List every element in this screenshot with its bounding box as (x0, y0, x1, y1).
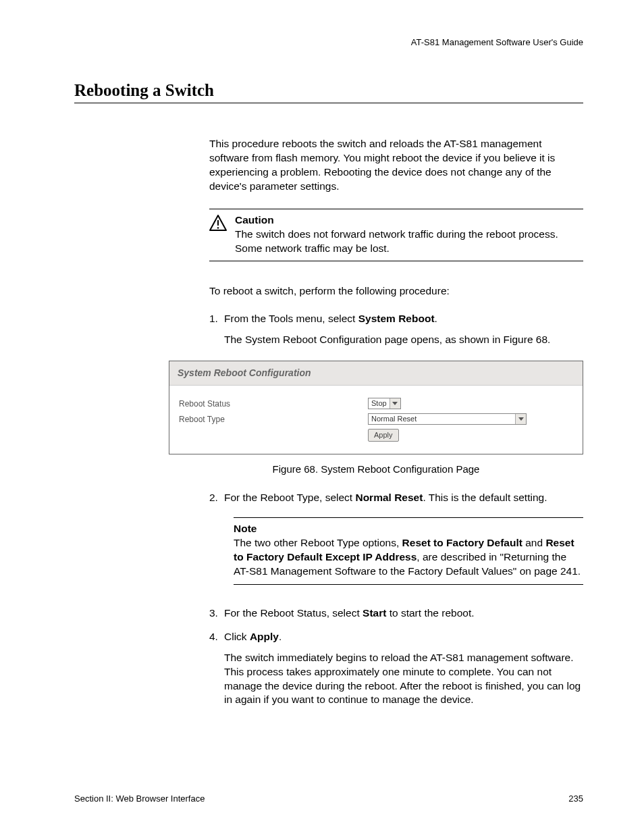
reboot-status-label: Reboot Status (179, 398, 368, 409)
step-text: From the Tools menu, select (224, 313, 358, 324)
reboot-type-label: Reboot Type (179, 414, 368, 425)
step-bold: System Reboot (358, 313, 435, 324)
step-1: 1.From the Tools menu, select System Reb… (209, 312, 583, 347)
page-header: AT-S81 Management Software User's Guide (74, 37, 583, 47)
reboot-type-row: Reboot Type Normal Reset (179, 413, 573, 425)
caution-title: Caution (235, 213, 583, 228)
note-bold: Reset to Factory Default (402, 537, 522, 548)
apply-button[interactable]: Apply (368, 429, 399, 442)
step-number: 4. (209, 630, 224, 644)
procedure-lead: To reboot a switch, perform the followin… (209, 284, 583, 298)
caution-callout: Caution The switch does not forward netw… (209, 209, 583, 262)
step-number: 3. (209, 606, 224, 621)
page-number: 235 (568, 793, 583, 804)
chevron-down-icon (515, 414, 526, 424)
step-bold: Apply (250, 631, 279, 642)
note-callout: Note The two other Reboot Type options, … (234, 517, 583, 585)
note-title: Note (234, 522, 583, 536)
caution-body: The switch does not forward network traf… (235, 228, 583, 256)
step-1-desc: The System Reboot Configuration page ope… (224, 333, 583, 347)
note-text: The two other Reboot Type options, (234, 537, 402, 548)
step-bold: Start (363, 607, 386, 619)
step-2: 2.For the Reboot Type, select Normal Res… (209, 491, 583, 505)
step-text: For the Reboot Status, select (224, 607, 363, 619)
figure-panel: System Reboot Configuration Reboot Statu… (169, 361, 583, 454)
step-text: For the Reboot Type, select (224, 492, 355, 503)
chevron-down-icon (390, 398, 400, 409)
reboot-status-row: Reboot Status Stop (179, 398, 573, 409)
step-number: 1. (209, 312, 224, 326)
figure-title: System Reboot Configuration (169, 361, 583, 386)
svg-point-1 (217, 227, 219, 229)
step-4: 4.Click Apply. The switch immediately be… (209, 630, 583, 708)
reboot-type-select[interactable]: Normal Reset (368, 413, 527, 425)
step-bold: Normal Reset (355, 492, 423, 503)
step-number: 2. (209, 491, 224, 505)
caution-icon (209, 213, 228, 256)
reboot-status-select[interactable]: Stop (368, 398, 401, 409)
step-4-desc: The switch immediately begins to reload … (224, 651, 583, 708)
figure-caption: Figure 68. System Reboot Configuration P… (169, 463, 583, 476)
footer-section: Section II: Web Browser Interface (74, 793, 205, 804)
page-title: Rebooting a Switch (74, 81, 583, 103)
step-text: Click (224, 631, 250, 642)
intro-paragraph: This procedure reboots the switch and re… (209, 137, 583, 194)
step-3: 3.For the Reboot Status, select Start to… (209, 606, 583, 621)
